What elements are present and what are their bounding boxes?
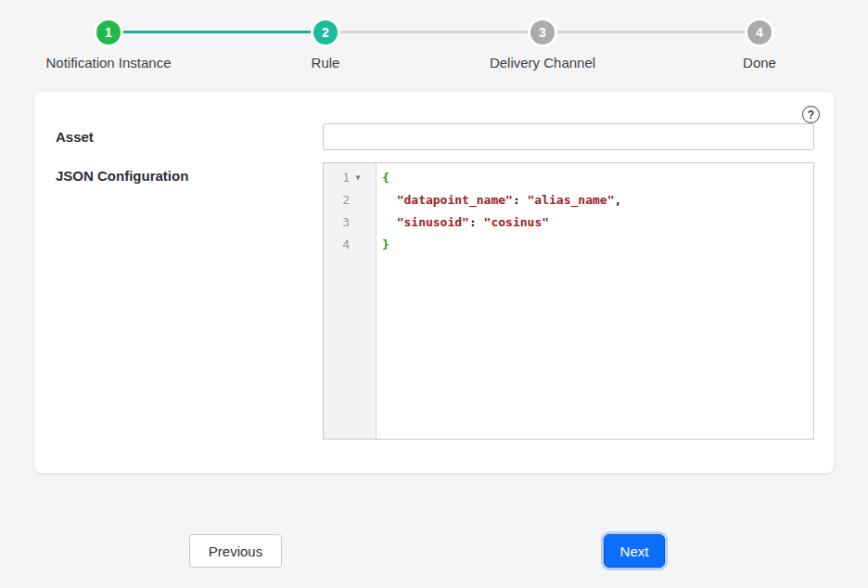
step-label: Done (743, 55, 776, 70)
step-delivery-channel[interactable]: 3 Delivery Channel (434, 18, 651, 70)
wizard-footer: Previous Next (0, 473, 868, 580)
fold-arrow-icon[interactable]: ▼ (350, 167, 366, 189)
json-editor[interactable]: 1 ▼ 2 3 4 { "datapoint_name": "a (323, 162, 814, 440)
editor-gutter: 1 ▼ 2 3 4 (324, 163, 377, 439)
code-line[interactable]: { (382, 167, 813, 189)
step-label: Notification Instance (45, 55, 171, 70)
fold-arrow-icon (350, 234, 366, 256)
fold-arrow-icon (350, 189, 366, 211)
previous-button[interactable]: Previous (189, 534, 282, 568)
step-notification-instance[interactable]: 1 Notification Instance (0, 18, 217, 70)
step-circle[interactable]: 2 (311, 18, 340, 47)
step-circle[interactable]: 1 (94, 18, 123, 47)
step-label: Delivery Channel (490, 55, 595, 70)
line-number: 2 (324, 189, 350, 211)
rule-form-card: ? Asset JSON Configuration 1 ▼ 2 3 (34, 92, 834, 473)
step-label: Rule (312, 55, 340, 70)
next-button[interactable]: Next (604, 534, 665, 568)
step-circle[interactable]: 4 (745, 18, 774, 47)
asset-label: Asset (56, 123, 323, 145)
line-number: 4 (324, 234, 350, 256)
editor-code-area[interactable]: { "datapoint_name": "alias_name", "sinus… (377, 163, 813, 439)
line-number: 1 (324, 167, 350, 189)
gutter-line: 2 (324, 189, 376, 211)
gutter-line: 3 (324, 211, 376, 234)
asset-input[interactable] (323, 123, 814, 150)
fold-arrow-icon (350, 211, 366, 234)
code-line[interactable]: "sinusoid": "cosinus" (382, 211, 813, 234)
gutter-line: 1 ▼ (324, 167, 376, 189)
step-circle[interactable]: 3 (528, 18, 557, 47)
asset-row: Asset (56, 123, 814, 150)
gutter-line: 4 (324, 234, 376, 256)
line-number: 3 (324, 211, 350, 234)
step-rule[interactable]: 2 Rule (217, 18, 434, 70)
step-done[interactable]: 4 Done (651, 18, 868, 70)
wizard-stepper: 1 Notification Instance 2 Rule 3 Deliver… (0, 0, 868, 70)
code-line[interactable]: } (382, 234, 813, 256)
help-icon[interactable]: ? (802, 106, 820, 123)
json-configuration-row: JSON Configuration 1 ▼ 2 3 4 (56, 162, 814, 440)
code-line[interactable]: "datapoint_name": "alias_name", (382, 189, 813, 211)
json-configuration-label: JSON Configuration (56, 162, 323, 184)
